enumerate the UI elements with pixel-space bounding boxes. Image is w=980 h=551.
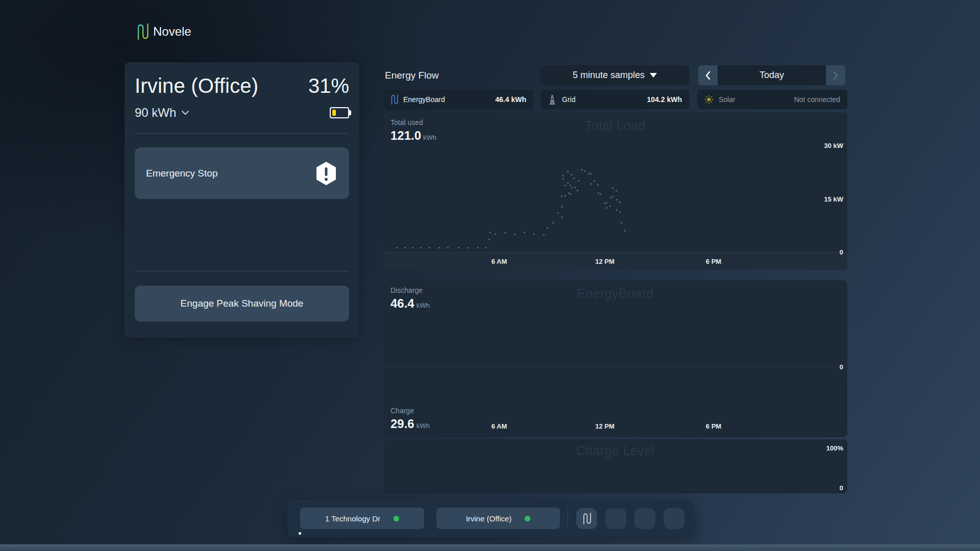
charge-unit: kWh <box>416 422 430 430</box>
status-dot-icon <box>525 516 530 521</box>
energyboard-icon <box>390 94 398 105</box>
charge-level-ytick-0: 0 <box>813 484 843 492</box>
peak-shaving-label: Engage Peak Shaving Mode <box>181 298 304 309</box>
date-label-text: Today <box>760 70 784 81</box>
footer-app-button-4[interactable] <box>664 508 684 529</box>
energyboard-zero-line <box>383 367 847 367</box>
discharge-stat: Discharge 46.4kWh <box>390 286 430 311</box>
transmission-tower-icon <box>548 94 557 105</box>
total-load-scatter <box>383 112 847 270</box>
brand-name: Novele <box>153 24 191 39</box>
source-value: 46.4 kWh <box>495 95 526 104</box>
footer-app-button-3[interactable] <box>634 508 655 529</box>
emergency-stop-label: Emergency Stop <box>146 168 217 179</box>
card-divider-top <box>135 133 349 134</box>
sample-interval-dropdown[interactable]: 5 minute samples <box>541 65 689 85</box>
source-chip-grid[interactable]: Grid 104.2 kWh <box>541 90 689 109</box>
card-divider-bottom <box>135 271 349 271</box>
energyboard-xtick-12pm: 12 PM <box>594 422 616 430</box>
site-card: Irvine (Office) 31% 90 kWh Emergency Sto… <box>125 62 359 338</box>
novele-logo-icon <box>136 23 149 40</box>
footer-site-label: Irvine (Office) <box>466 514 512 523</box>
chevron-down-icon <box>181 110 189 115</box>
charge-level-panel: Charge Level 100% 0 <box>383 439 847 493</box>
battery-icon <box>330 107 349 118</box>
source-chip-solar[interactable]: Solar Not connected <box>697 90 847 109</box>
discharge-label: Discharge <box>390 286 430 294</box>
status-dot-icon <box>394 516 399 521</box>
novele-n-icon <box>582 513 591 524</box>
battery-percent: 31% <box>308 74 349 97</box>
charge-level-ytick-100: 100% <box>813 444 843 452</box>
emergency-stop-button[interactable]: Emergency Stop <box>135 147 349 199</box>
battery-cap <box>349 110 351 115</box>
source-chip-energyboard[interactable]: EnergyBoard 46.4 kWh <box>383 90 533 109</box>
footer-site-label: 1 Technology Dr <box>325 514 380 523</box>
charge-level-watermark: Charge Level <box>383 443 847 458</box>
discharge-value: 46.4 <box>390 296 414 310</box>
date-next-button[interactable] <box>826 65 845 85</box>
capacity-value: 90 kWh <box>135 106 176 120</box>
charge-label: Charge <box>390 407 430 415</box>
footer-site-1-technology-dr[interactable]: 1 Technology Dr <box>300 508 424 529</box>
carousel-page-dot[interactable] <box>299 532 301 535</box>
energyboard-watermark: EnergyBoard <box>383 286 847 301</box>
app-root: Novele Irvine (Office) 31% 90 kWh Emerge… <box>0 0 980 551</box>
footer-bar: 1 Technology Dr Irvine (Office) <box>287 500 694 537</box>
footer-divider <box>568 508 568 529</box>
charge-stat: Charge 29.6kWh <box>390 407 430 431</box>
site-title: Irvine (Office) <box>135 74 258 97</box>
site-card-subheader: 90 kWh <box>135 106 349 120</box>
bottom-strip <box>0 544 980 551</box>
caret-down-icon <box>650 73 657 78</box>
hexagon-exclamation-icon <box>314 161 338 186</box>
total-load-panel: Total Load Total used 121.0kWh 30 kW 15 … <box>383 112 847 270</box>
energyboard-xtick-6am: 6 AM <box>489 422 509 430</box>
site-card-header: Irvine (Office) 31% <box>135 74 349 97</box>
charge-value: 29.6 <box>390 417 414 431</box>
brand-logo: Novele <box>136 23 191 40</box>
energyboard-panel: EnergyBoard Discharge 46.4kWh 0 Charge 2… <box>383 280 847 437</box>
footer-app-novele-button[interactable] <box>576 508 597 529</box>
capacity-selector[interactable]: 90 kWh <box>135 106 189 120</box>
page-title: Energy Flow <box>385 70 439 81</box>
footer-app-button-2[interactable] <box>605 508 626 529</box>
energyboard-xtick-6pm: 6 PM <box>703 422 724 430</box>
sun-icon <box>704 95 714 104</box>
source-value: 104.2 kWh <box>647 95 682 104</box>
source-name: Grid <box>562 95 575 104</box>
sample-interval-label: 5 minute samples <box>573 70 645 81</box>
peak-shaving-button[interactable]: Engage Peak Shaving Mode <box>135 286 349 321</box>
footer-site-irvine-office[interactable]: Irvine (Office) <box>436 508 560 529</box>
date-prev-button[interactable] <box>698 65 718 85</box>
source-value: Not connected <box>794 95 840 104</box>
source-name: Solar <box>719 95 736 104</box>
date-label[interactable]: Today <box>718 65 826 85</box>
chevron-right-icon <box>832 71 839 80</box>
chevron-left-icon <box>705 71 711 80</box>
discharge-unit: kWh <box>416 302 430 309</box>
battery-fill <box>332 110 336 116</box>
source-name: EnergyBoard <box>403 95 445 104</box>
